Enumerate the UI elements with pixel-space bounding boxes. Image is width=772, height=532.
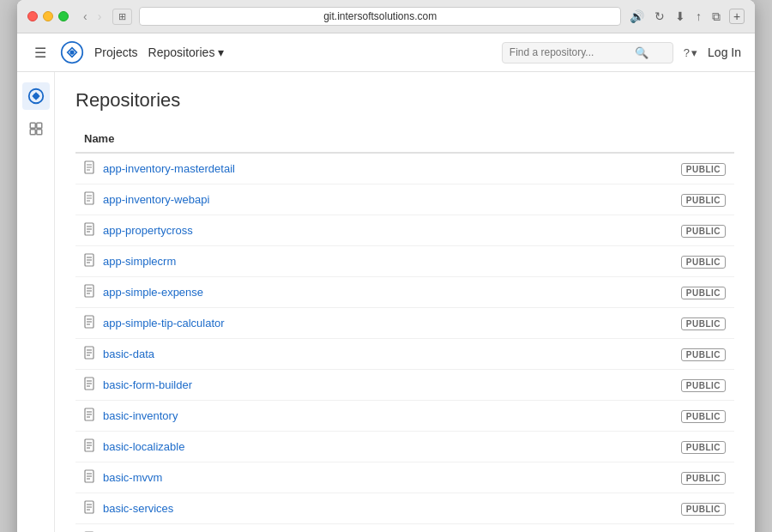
- public-badge: PUBLIC: [681, 379, 726, 392]
- repo-badge-cell: PUBLIC: [558, 339, 734, 370]
- repo-badge-cell: PUBLIC: [558, 215, 734, 246]
- repo-name-cell: basic-localizable: [75, 432, 558, 462]
- table-row: basic-servicesPUBLIC: [75, 493, 734, 524]
- repo-name-link[interactable]: basic-data: [103, 348, 154, 360]
- browser-actions: 🔊 ↻ ⬇ ↑ ⧉ +: [628, 8, 745, 26]
- search-bar[interactable]: 🔍: [502, 42, 673, 63]
- repo-file-icon: [84, 284, 96, 300]
- download-button[interactable]: ⬇: [673, 8, 687, 25]
- table-row: app-propertycrossPUBLIC: [75, 215, 734, 246]
- svg-rect-7: [36, 130, 41, 135]
- address-bar[interactable]: git.intersoftsolutions.com: [139, 7, 621, 26]
- repositories-label: Repositories: [148, 45, 215, 59]
- repo-name-link[interactable]: basic-form-builder: [103, 378, 192, 391]
- repo-name-cell: basic-services: [75, 493, 558, 524]
- svg-rect-5: [30, 130, 35, 135]
- repo-badge-cell: PUBLIC: [558, 524, 734, 533]
- hamburger-button[interactable]: ☰: [31, 43, 50, 63]
- public-badge: PUBLIC: [681, 410, 726, 423]
- sidebar: »: [17, 72, 55, 532]
- repo-name-link[interactable]: app-inventory-masterdetail: [103, 162, 235, 175]
- repo-name-link[interactable]: app-simple-tip-calculator: [103, 317, 225, 329]
- repo-table: Name app-inventory-masterdetailPUBLICapp…: [75, 125, 734, 532]
- browser-window: ‹ › ⊞ git.intersoftsolutions.com 🔊 ↻ ⬇ ↑…: [17, 0, 755, 532]
- column-badge-header: [558, 125, 734, 153]
- search-input[interactable]: [510, 46, 630, 58]
- public-badge: PUBLIC: [681, 256, 726, 269]
- app-toolbar: ☰ Projects Repositories ▾ 🔍 ? ▾ Log In: [17, 33, 755, 72]
- help-icon: ?: [684, 46, 690, 59]
- repo-name-cell: app-simple-tip-calculator: [75, 308, 558, 339]
- title-bar: ‹ › ⊞ git.intersoftsolutions.com 🔊 ↻ ⬇ ↑…: [17, 0, 755, 33]
- repositories-dropdown[interactable]: Repositories ▾: [148, 45, 225, 59]
- help-dropdown-icon: ▾: [691, 46, 697, 59]
- svg-rect-4: [30, 123, 35, 128]
- projects-link[interactable]: Projects: [94, 45, 138, 59]
- repo-name-link[interactable]: basic-localizable: [103, 440, 184, 453]
- repo-badge-cell: PUBLIC: [558, 401, 734, 432]
- sidebar-item-repos[interactable]: [22, 82, 50, 110]
- minimize-button[interactable]: [43, 11, 53, 21]
- table-row: basic-localizablePUBLIC: [75, 432, 734, 462]
- forward-button[interactable]: ›: [93, 8, 106, 25]
- repo-badge-cell: PUBLIC: [558, 308, 734, 339]
- repo-badge-cell: PUBLIC: [558, 462, 734, 493]
- repo-badge-cell: PUBLIC: [558, 277, 734, 308]
- main-content: Repositories Name app-inventory-masterde…: [55, 72, 755, 532]
- repo-name-link[interactable]: app-simple-expense: [103, 286, 203, 299]
- repo-name-cell: app-propertycross: [75, 215, 558, 246]
- tabs-button[interactable]: ⧉: [710, 8, 722, 26]
- repo-file-icon: [84, 500, 96, 517]
- table-row: app-inventory-webapiPUBLIC: [75, 184, 734, 215]
- repo-name-cell: app-inventory-webapi: [75, 184, 558, 215]
- repo-file-icon: [84, 469, 96, 486]
- repo-file-icon: [84, 438, 96, 455]
- svg-rect-6: [36, 123, 41, 128]
- public-badge: PUBLIC: [681, 348, 726, 361]
- repo-badge-cell: PUBLIC: [558, 370, 734, 401]
- add-tab-button[interactable]: +: [729, 9, 745, 24]
- table-row: basic-dataPUBLIC: [75, 339, 734, 370]
- repo-file-icon: [84, 160, 96, 177]
- repo-name-link[interactable]: basic-mvvm: [103, 471, 162, 484]
- repo-name-cell: basic-form-builder: [75, 370, 558, 401]
- back-button[interactable]: ‹: [79, 8, 92, 25]
- close-button[interactable]: [27, 11, 38, 21]
- repo-name-link[interactable]: basic-services: [103, 502, 173, 515]
- repo-badge-cell: PUBLIC: [558, 246, 734, 277]
- table-row: app-simplecrmPUBLIC: [75, 246, 734, 277]
- content-area: » Repositories Name app-inventory-master…: [17, 72, 755, 532]
- help-button[interactable]: ? ▾: [684, 46, 697, 59]
- dropdown-arrow-icon: ▾: [218, 45, 224, 59]
- table-row: basic-mvvmPUBLIC: [75, 462, 734, 493]
- traffic-lights: [27, 11, 69, 21]
- public-badge: PUBLIC: [681, 503, 726, 516]
- repo-name-link[interactable]: app-inventory-webapi: [103, 193, 209, 206]
- repo-name-cell: basic-inventory: [75, 401, 558, 432]
- repo-name-link[interactable]: basic-inventory: [103, 409, 178, 422]
- repo-badge-cell: PUBLIC: [558, 153, 734, 184]
- login-button[interactable]: Log In: [708, 45, 741, 59]
- repo-name-link[interactable]: app-simplecrm: [103, 255, 176, 268]
- maximize-button[interactable]: [58, 11, 69, 21]
- tab-view-button[interactable]: ⊞: [112, 9, 132, 25]
- sidebar-item-secondary[interactable]: [24, 117, 48, 141]
- audio-button[interactable]: 🔊: [628, 8, 646, 25]
- repo-file-icon: [84, 191, 96, 208]
- table-row: basic-form-builderPUBLIC: [75, 370, 734, 401]
- repo-file-icon: [84, 408, 96, 424]
- repo-file-icon: [84, 377, 96, 393]
- reload-button[interactable]: ↻: [653, 8, 666, 25]
- table-row: basic-inventoryPUBLIC: [75, 401, 734, 432]
- table-row: app-simple-tip-calculatorPUBLIC: [75, 308, 734, 339]
- column-name-header: Name: [75, 125, 558, 153]
- repo-file-icon: [84, 346, 96, 362]
- repo-badge-cell: PUBLIC: [558, 184, 734, 215]
- share-button[interactable]: ↑: [694, 8, 703, 25]
- public-badge: PUBLIC: [681, 287, 726, 299]
- repo-name-link[interactable]: app-propertycross: [103, 224, 193, 237]
- repo-name-cell: basic-mvvm: [75, 462, 558, 493]
- table-row: app-simple-expensePUBLIC: [75, 277, 734, 308]
- page-title: Repositories: [75, 89, 734, 112]
- repo-name-cell: app-simple-expense: [75, 277, 558, 308]
